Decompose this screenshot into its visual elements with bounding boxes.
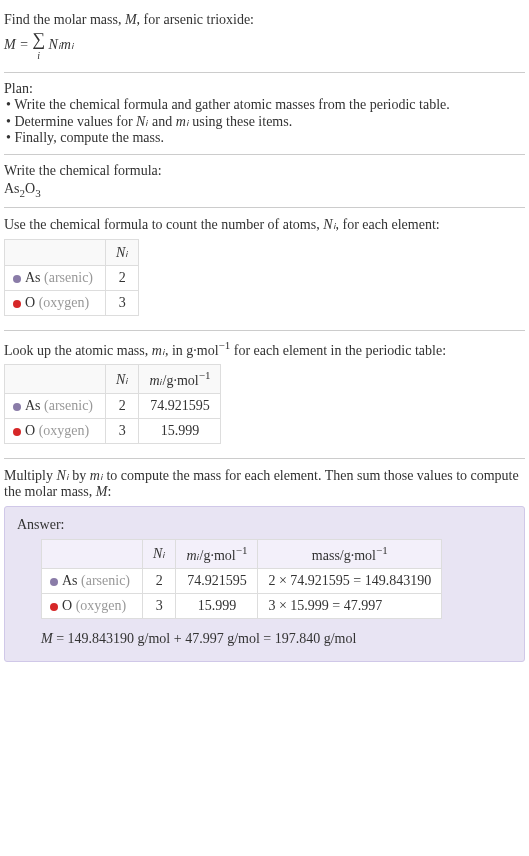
- count-h-pre: Use the chemical formula to count the nu…: [4, 217, 323, 232]
- element-sym: As: [25, 398, 41, 413]
- m-value: 74.921595: [176, 568, 258, 593]
- plan-b2-n: Nᵢ: [136, 114, 148, 129]
- col-m-mid: /g·mol: [163, 373, 199, 388]
- mult-pre: Multiply: [4, 468, 57, 483]
- chem-heading: Write the chemical formula:: [4, 163, 525, 179]
- plan-bullet-3: • Finally, compute the mass.: [6, 130, 525, 146]
- element-sym: O: [62, 598, 72, 613]
- mass-value: 3 × 15.999 = 47.997: [258, 593, 442, 618]
- lk-h-sup: −1: [219, 339, 231, 351]
- chemical-formula: As2O3: [4, 181, 525, 199]
- m-value: 15.999: [176, 593, 258, 618]
- count-h-post: , for each element:: [336, 217, 440, 232]
- col-m-mid: /g·mol: [200, 548, 236, 563]
- intro-line: Find the molar mass, M, for arsenic trio…: [4, 12, 525, 28]
- element-dot-icon: [13, 403, 21, 411]
- table-row: O (oxygen) 3 15.999: [5, 419, 221, 444]
- intro-text: Find the molar mass,: [4, 12, 125, 27]
- chemical-formula-section: Write the chemical formula: As2O3: [4, 155, 525, 208]
- table-row: As (arsenic) 2 74.921595 2 × 74.921595 =…: [42, 568, 442, 593]
- table-row: O (oxygen) 3: [5, 290, 139, 315]
- col-m-sup: −1: [236, 544, 248, 556]
- element-sym: As: [25, 270, 41, 285]
- table-header-row: Nᵢ mᵢ/g·mol−1: [5, 365, 221, 394]
- n-value: 2: [143, 568, 176, 593]
- sigma-block: ∑i: [32, 30, 45, 62]
- element-name: (arsenic): [81, 573, 130, 588]
- lookup-heading: Look up the atomic mass, mᵢ, in g·mol−1 …: [4, 339, 525, 359]
- element-dot-icon: [13, 275, 21, 283]
- mult-mid1: by: [69, 468, 90, 483]
- plan-heading: Plan:: [4, 81, 525, 97]
- element-sym: As: [62, 573, 78, 588]
- answer-content: Nᵢ mᵢ/g·mol−1 mass/g·mol−1 As (arsenic) …: [41, 539, 512, 619]
- col-n-label: Nᵢ: [116, 245, 128, 260]
- col-n: Nᵢ: [106, 365, 139, 394]
- n-value: 3: [106, 290, 139, 315]
- empty-header: [42, 540, 143, 569]
- col-mass-pre: mass/g·mol: [312, 548, 376, 563]
- lk-h-mid: , in g·mol: [165, 342, 219, 357]
- table-row: O (oxygen) 3 15.999 3 × 15.999 = 47.997: [42, 593, 442, 618]
- chem-o: O: [25, 181, 35, 196]
- plan-b2-m: mᵢ: [176, 114, 189, 129]
- table-row: As (arsenic) 2 74.921595: [5, 394, 221, 419]
- col-m: mᵢ/g·mol−1: [139, 365, 221, 394]
- lk-h-pre: Look up the atomic mass,: [4, 342, 152, 357]
- count-table: Nᵢ As (arsenic) 2 O (oxygen) 3: [4, 239, 139, 316]
- intro-section: Find the molar mass, M, for arsenic trio…: [4, 4, 525, 73]
- plan-bullet-2: • Determine values for Nᵢ and mᵢ using t…: [6, 113, 525, 130]
- chem-sub2: 3: [35, 187, 41, 199]
- count-h-var: Nᵢ: [323, 217, 335, 232]
- molar-mass-formula: M = ∑i Nᵢmᵢ: [4, 30, 525, 62]
- plan-b2-post: using these items.: [189, 114, 292, 129]
- lookup-table: Nᵢ mᵢ/g·mol−1 As (arsenic) 2 74.921595 O…: [4, 364, 221, 444]
- element-sym: O: [25, 423, 35, 438]
- multiply-section: Multiply Nᵢ by mᵢ to compute the mass fo…: [4, 459, 525, 670]
- col-mass-sup: −1: [376, 544, 388, 556]
- sigma-sub: i: [37, 50, 40, 61]
- table-row: As (arsenic) 2: [5, 265, 139, 290]
- element-name: (oxygen): [39, 423, 90, 438]
- lk-h-var: mᵢ: [152, 342, 165, 357]
- col-n-label: Nᵢ: [116, 372, 128, 387]
- n-value: 3: [106, 419, 139, 444]
- table-header-row: Nᵢ: [5, 239, 139, 265]
- plan-b2-pre: • Determine values for: [6, 114, 136, 129]
- col-m-sup: −1: [199, 369, 211, 381]
- element-cell: O (oxygen): [42, 593, 143, 618]
- answer-table: Nᵢ mᵢ/g·mol−1 mass/g·mol−1 As (arsenic) …: [41, 539, 442, 619]
- element-dot-icon: [13, 300, 21, 308]
- final-result: M = 149.843190 g/mol + 47.997 g/mol = 19…: [41, 631, 512, 647]
- element-dot-icon: [13, 428, 21, 436]
- col-n: Nᵢ: [106, 239, 139, 265]
- element-cell: As (arsenic): [42, 568, 143, 593]
- multiply-heading: Multiply Nᵢ by mᵢ to compute the mass fo…: [4, 467, 525, 500]
- element-name: (oxygen): [76, 598, 127, 613]
- mass-value: 2 × 74.921595 = 149.843190: [258, 568, 442, 593]
- lookup-section: Look up the atomic mass, mᵢ, in g·mol−1 …: [4, 331, 525, 459]
- mult-n: Nᵢ: [57, 468, 69, 483]
- formula-eq: =: [16, 37, 32, 52]
- n-value: 3: [143, 593, 176, 618]
- element-cell: O (oxygen): [5, 419, 106, 444]
- final-lhs: M: [41, 631, 53, 646]
- lk-h-post: for each element in the periodic table:: [230, 342, 446, 357]
- col-mass: mass/g·mol−1: [258, 540, 442, 569]
- element-cell: As (arsenic): [5, 394, 106, 419]
- empty-header: [5, 365, 106, 394]
- formula-lhs: M: [4, 37, 16, 52]
- mult-colon: :: [107, 484, 111, 499]
- col-m: mᵢ/g·mol−1: [176, 540, 258, 569]
- count-heading: Use the chemical formula to count the nu…: [4, 216, 525, 233]
- m-value: 74.921595: [139, 394, 221, 419]
- element-name: (arsenic): [44, 270, 93, 285]
- element-name: (oxygen): [39, 295, 90, 310]
- element-name: (arsenic): [44, 398, 93, 413]
- col-n-label: Nᵢ: [153, 546, 165, 561]
- element-cell: O (oxygen): [5, 290, 106, 315]
- plan-section: Plan: • Write the chemical formula and g…: [4, 73, 525, 155]
- n-value: 2: [106, 265, 139, 290]
- sigma-icon: ∑: [32, 29, 45, 49]
- answer-box: Answer: Nᵢ mᵢ/g·mol−1 mass/g·mol−1 As (a…: [4, 506, 525, 662]
